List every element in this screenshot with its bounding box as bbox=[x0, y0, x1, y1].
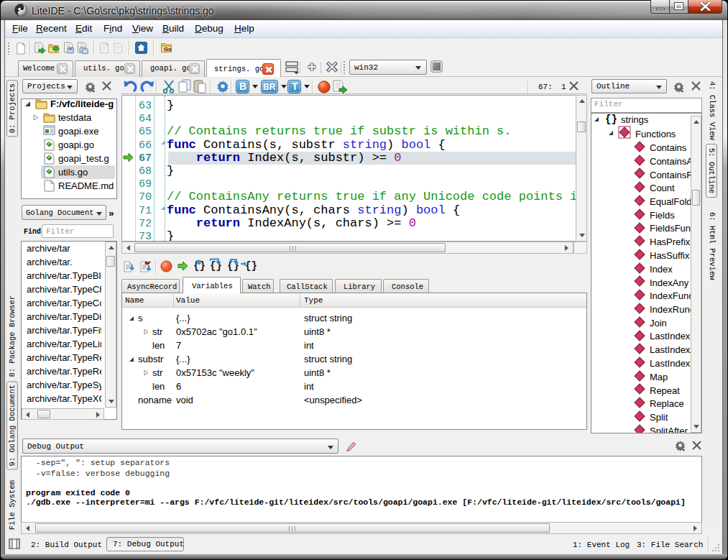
svg-text:Go: Go bbox=[164, 46, 172, 52]
